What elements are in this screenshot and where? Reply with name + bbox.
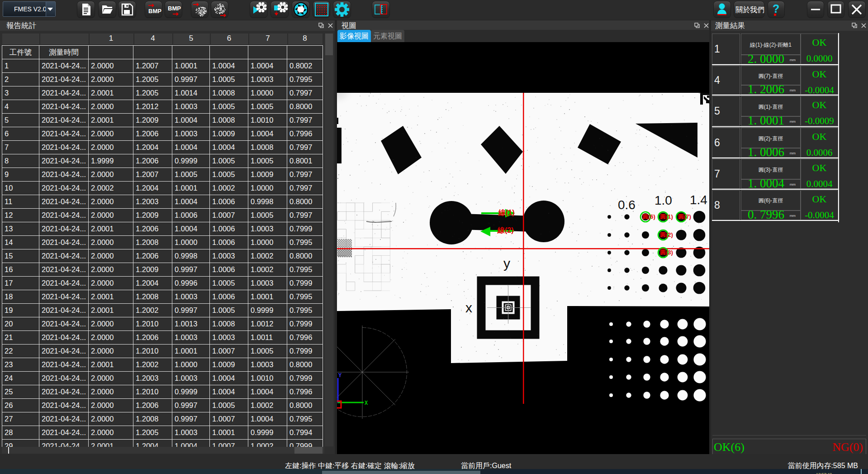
svg-text:?: ?: [773, 2, 779, 15]
svg-text:線(2): 線(2): [497, 226, 514, 234]
svg-text:BMP: BMP: [168, 5, 181, 12]
svg-text:y: y: [503, 256, 510, 271]
svg-text:X: X: [365, 400, 368, 407]
svg-text:BMP: BMP: [148, 8, 161, 14]
svg-text:1.0: 1.0: [655, 193, 672, 207]
svg-text:圓(3): 圓(3): [660, 249, 673, 256]
svg-text:圓(2): 圓(2): [660, 231, 673, 238]
svg-text:圓(7): 圓(7): [678, 213, 691, 220]
svg-text:線(1): 線(1): [498, 209, 515, 216]
svg-text:1.4: 1.4: [690, 193, 707, 207]
svg-text:x: x: [465, 300, 472, 315]
svg-text:圓(1): 圓(1): [660, 213, 673, 220]
svg-text:0.6: 0.6: [618, 198, 636, 212]
svg-text:圓(6): 圓(6): [642, 213, 655, 220]
svg-text:Y: Y: [338, 373, 342, 379]
